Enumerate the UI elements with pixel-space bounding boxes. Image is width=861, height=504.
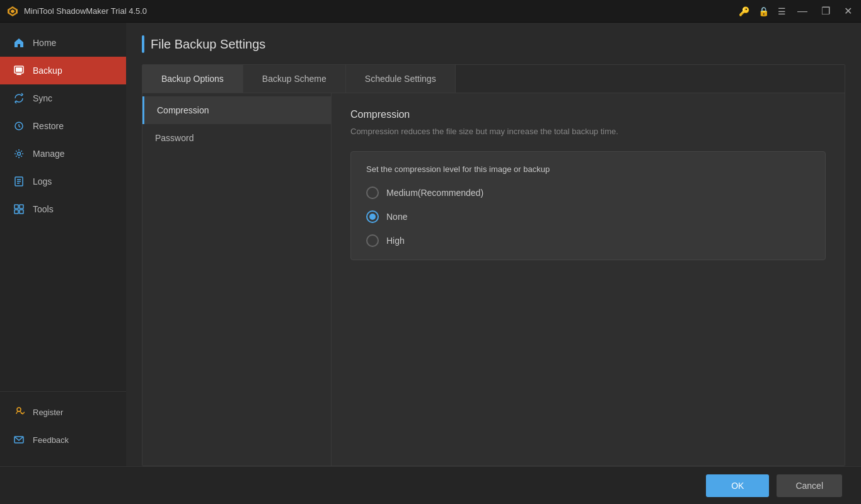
backup-icon (13, 64, 25, 77)
minimize-button[interactable]: — (795, 6, 810, 17)
app-body: Home Backup (0, 23, 861, 466)
sidebar-item-sync-label: Sync (33, 93, 52, 103)
lock-icon: 🔒 (758, 6, 769, 16)
radio-high[interactable]: High (366, 234, 810, 247)
radio-none-circle (366, 210, 379, 223)
sidebar-item-logs-label: Logs (33, 176, 52, 186)
titlebar-controls: 🔑 🔒 ☰ — ❐ ✕ (739, 5, 855, 17)
ok-button[interactable]: OK (706, 474, 769, 497)
compression-description: Compression reduces the file size but ma… (350, 127, 826, 136)
titlebar: MiniTool ShadowMaker Trial 4.5.0 🔑 🔒 ☰ —… (0, 0, 861, 23)
sync-icon (13, 92, 25, 105)
svg-rect-5 (16, 74, 21, 75)
tab-schedule-settings[interactable]: Schedule Settings (346, 65, 456, 93)
menu-icon: ☰ (778, 6, 786, 16)
radio-medium-label: Medium(Recommended) (386, 188, 483, 198)
sidebar: Home Backup (0, 23, 126, 466)
tab-backup-scheme[interactable]: Backup Scheme (243, 65, 346, 93)
radio-none[interactable]: None (366, 210, 810, 223)
radio-high-circle (366, 234, 379, 247)
tools-icon (13, 203, 25, 215)
logs-icon (13, 175, 25, 188)
compression-radio-group: Medium(Recommended) None High (366, 186, 810, 247)
key-icon: 🔑 (739, 6, 749, 16)
sidebar-item-tools[interactable]: Tools (0, 195, 126, 223)
register-icon (13, 406, 25, 418)
sidebar-item-restore[interactable]: Restore (0, 112, 126, 140)
cancel-button[interactable]: Cancel (777, 474, 842, 497)
compression-set-label: Set the compression level for this image… (366, 164, 810, 174)
svg-rect-14 (14, 210, 18, 214)
manage-icon (13, 147, 25, 160)
radio-none-label: None (386, 212, 407, 222)
radio-medium[interactable]: Medium(Recommended) (366, 186, 810, 199)
sidebar-item-backup[interactable]: Backup (0, 57, 126, 84)
page-title: File Backup Settings (151, 37, 265, 52)
app-logo (6, 5, 19, 18)
radio-high-label: High (386, 236, 405, 246)
sidebar-item-tools-label: Tools (33, 204, 54, 214)
sidebar-item-home-label: Home (33, 38, 56, 48)
main-content: File Backup Settings Backup Options Back… (126, 23, 861, 466)
page-header-bar (142, 35, 144, 53)
radio-medium-circle (366, 186, 379, 199)
sidebar-item-feedback-label: Feedback (33, 435, 69, 445)
sidebar-footer: Register Feedback (0, 391, 126, 466)
page-header: File Backup Settings (142, 35, 845, 53)
home-icon (13, 37, 25, 49)
app-title: MiniTool ShadowMaker Trial 4.5.0 (24, 6, 147, 16)
settings-body: Compression Password Compression Compres… (142, 93, 845, 466)
sidebar-item-home[interactable]: Home (0, 29, 126, 57)
sidebar-item-register-label: Register (33, 408, 63, 417)
option-password[interactable]: Password (142, 124, 331, 152)
sidebar-item-logs[interactable]: Logs (0, 168, 126, 195)
detail-panel: Compression Compression reduces the file… (332, 93, 845, 466)
options-panel: Compression Password (142, 93, 332, 466)
svg-rect-13 (20, 205, 23, 209)
compression-title: Compression (350, 109, 826, 120)
option-compression[interactable]: Compression (142, 96, 331, 124)
sidebar-item-feedback[interactable]: Feedback (0, 426, 126, 454)
sidebar-item-manage[interactable]: Manage (0, 140, 126, 168)
tab-backup-options[interactable]: Backup Options (142, 65, 243, 93)
sidebar-item-manage-label: Manage (33, 149, 65, 159)
top-tabs: Backup Options Backup Scheme Schedule Se… (142, 65, 845, 93)
titlebar-left: MiniTool ShadowMaker Trial 4.5.0 (6, 5, 147, 18)
close-button[interactable]: ✕ (841, 5, 855, 17)
svg-rect-4 (16, 67, 22, 72)
sidebar-item-sync[interactable]: Sync (0, 84, 126, 112)
app-footer: OK Cancel (0, 466, 861, 504)
svg-point-7 (18, 152, 21, 156)
sidebar-item-restore-label: Restore (33, 121, 64, 131)
settings-container: Backup Options Backup Scheme Schedule Se… (142, 64, 845, 466)
sidebar-item-register[interactable]: Register (0, 398, 126, 426)
feedback-icon (13, 433, 25, 446)
compression-box: Set the compression level for this image… (350, 151, 826, 260)
restore-button[interactable]: ❐ (819, 5, 833, 17)
sidebar-item-backup-label: Backup (33, 66, 62, 76)
svg-rect-15 (20, 210, 23, 214)
restore-icon (13, 120, 25, 132)
svg-rect-12 (14, 205, 18, 209)
sidebar-nav: Home Backup (0, 23, 126, 391)
